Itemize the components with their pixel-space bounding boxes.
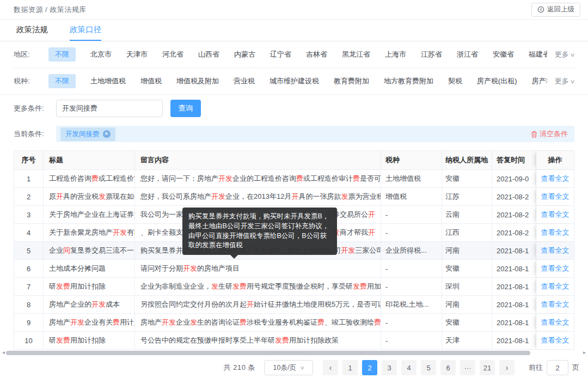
row-content-cell: 请问对于分期开发的房地产项目 <box>135 260 381 277</box>
region-filter-row: 地区: 不限北京市天津市河北省山西省内蒙古辽宁省吉林省黑龙江省上海市江苏省浙江省… <box>0 41 588 68</box>
goto-page-input[interactable] <box>547 360 568 375</box>
view-fulltext-link[interactable]: 查看全文 <box>541 264 569 273</box>
chevron-down-icon: ∨ <box>569 78 575 84</box>
filter-option[interactable]: 不限 <box>48 47 76 62</box>
filter-option[interactable]: 上海市 <box>385 50 406 59</box>
filter-option[interactable]: 安徽省 <box>493 50 514 59</box>
scroll-left-icon[interactable]: ◄ <box>1 350 6 355</box>
view-fulltext-link[interactable]: 查看全文 <box>541 300 569 309</box>
page-number-button[interactable]: 2 <box>362 360 377 375</box>
clear-conditions-button[interactable]: 清空条件 <box>531 129 568 139</box>
policy-database-page: 数据资源 / 政策法规库 返回上级 政策法规政策口径 地区: 不限北京市天津市河… <box>0 0 588 384</box>
page-number-button[interactable]: 4 <box>401 360 416 375</box>
filter-option[interactable]: 吉林省 <box>306 50 327 59</box>
filter-option[interactable]: 山西省 <box>198 50 219 59</box>
page-ellipsis-button[interactable]: ··· <box>460 360 475 375</box>
column-header: 留言内容 <box>135 151 381 169</box>
page-number-button[interactable]: 1 <box>342 360 358 375</box>
filter-option[interactable]: 房产税(自用) <box>532 76 547 86</box>
filter-option[interactable]: 内蒙古 <box>234 50 255 59</box>
back-button[interactable]: 返回上级 <box>531 3 580 17</box>
row-date-cell: 2021-08-2 <box>492 224 536 241</box>
top-bar: 数据资源 / 政策法规库 返回上级 <box>0 0 588 20</box>
filter-option[interactable]: 契税 <box>448 76 462 86</box>
row-content-cell: 号公告中的规定在预缴申报时享受上半年研发费用加计扣除政策 <box>135 332 381 349</box>
row-region-cell: 河南 <box>442 242 492 259</box>
scroll-right-icon[interactable]: ► <box>582 350 587 355</box>
filter-option[interactable]: 土地增值税 <box>90 76 126 86</box>
row-title-cell: 工程造价咨询费或工程造价审计 <box>44 170 135 187</box>
filter-option[interactable]: 黑龙江省 <box>342 50 370 59</box>
row-region-cell: 安徽 <box>442 314 492 331</box>
filter-option[interactable]: 北京市 <box>90 50 112 59</box>
page-number-button[interactable]: 3 <box>382 360 397 375</box>
view-fulltext-link[interactable]: 查看全文 <box>541 210 569 220</box>
search-button[interactable]: 查询 <box>170 100 201 117</box>
pagination-bar: 共 210 条 10条/页 ∨ ‹ 123456···21 › 前往 页 <box>0 355 588 380</box>
row-region-cell: 江苏 <box>442 188 492 205</box>
page-number-button[interactable]: 6 <box>440 360 456 375</box>
scrollbar-thumb[interactable] <box>6 351 530 355</box>
next-page-button[interactable]: › <box>499 360 514 375</box>
page-number-button[interactable]: 21 <box>480 360 495 375</box>
row-title-cell: 关于房地产企业在上海证券交易 <box>44 206 135 223</box>
row-index-cell: 1 <box>14 170 44 187</box>
prev-page-button[interactable]: ‹ <box>323 360 338 375</box>
page-size-select[interactable]: 10条/页 ∨ <box>264 360 313 375</box>
view-fulltext-link[interactable]: 查看全文 <box>541 318 569 327</box>
row-title-cell: 原开具的营业税发票现在如何 <box>44 188 135 205</box>
filter-option[interactable]: 房产税(出租) <box>477 76 517 86</box>
goto-page-group: 前往 页 <box>529 360 579 375</box>
filter-option[interactable]: 营业税 <box>234 76 255 86</box>
filter-option[interactable]: 辽宁省 <box>270 50 291 59</box>
search-label: 更多条件: <box>14 103 56 113</box>
region-more-link[interactable]: 更多 ∨ <box>555 50 574 59</box>
row-title-cell: 房地产企业的开发成本 <box>44 296 135 313</box>
table-row: 1工程造价咨询费或工程造价审计您好，请问一下：房地产开发企业的工程造价咨询费或工… <box>14 170 574 188</box>
view-fulltext-link[interactable]: 查看全文 <box>541 282 569 291</box>
row-index-cell: 3 <box>14 206 44 223</box>
tag-close-icon[interactable]: × <box>103 130 111 138</box>
row-action-cell: 查看全文 <box>536 260 574 277</box>
view-fulltext-link[interactable]: 查看全文 <box>541 192 569 202</box>
back-button-label: 返回上级 <box>547 5 574 14</box>
search-input[interactable] <box>56 100 163 117</box>
view-fulltext-link[interactable]: 查看全文 <box>541 336 569 345</box>
view-fulltext-link[interactable]: 查看全文 <box>541 174 569 184</box>
row-tax-cell: - <box>381 224 442 241</box>
row-date-cell: 2021-08-1 <box>492 314 536 331</box>
clear-conditions-label: 清空条件 <box>540 129 568 139</box>
current-condition-row: 当前条件: 开发间接费 × 清空条件 <box>0 122 588 146</box>
view-fulltext-link[interactable]: 查看全文 <box>541 246 569 255</box>
row-title-cell: 关于新余聚龙房地产开发有限公 <box>44 224 135 241</box>
row-index-cell: 8 <box>14 296 44 313</box>
page-number-button[interactable]: 5 <box>421 360 436 375</box>
filter-option[interactable]: 不限 <box>48 74 76 88</box>
filter-option[interactable]: 增值税及附加 <box>176 76 219 86</box>
filter-option[interactable]: 天津市 <box>126 50 148 59</box>
row-content-cell: 您好，请问一下：房地产开发企业的工程造价咨询费或工程造价审计费是否可以 <box>135 170 381 187</box>
tab-active[interactable]: 政策口径 <box>70 20 101 41</box>
horizontal-scrollbar[interactable]: ◄ ► <box>1 350 587 355</box>
condition-tag[interactable]: 开发间接费 × <box>60 127 115 141</box>
filter-option[interactable]: 福建省 <box>529 50 547 59</box>
tab-inactive[interactable]: 政策法规 <box>16 20 48 41</box>
filter-option[interactable]: 增值税 <box>140 76 162 86</box>
view-fulltext-link[interactable]: 查看全文 <box>541 228 569 237</box>
filter-option[interactable]: 地方教育费附加 <box>384 76 433 86</box>
row-tax-cell: 增值税 <box>381 188 442 205</box>
filter-option[interactable]: 浙江省 <box>457 50 478 59</box>
filter-option[interactable]: 河北省 <box>162 50 183 59</box>
row-tax-cell: 土地增值税 <box>381 170 442 187</box>
filter-option[interactable]: 江苏省 <box>421 50 442 59</box>
tax-more-link[interactable]: 更多 ∨ <box>555 76 574 86</box>
row-index-cell: 4 <box>14 224 44 241</box>
filter-option[interactable]: 教育费附加 <box>334 76 369 86</box>
row-title-cell: 房地产开发企业有关费用计入 <box>44 314 135 331</box>
row-date-cell: 2021-08-1 <box>492 332 536 349</box>
goto-unit-label: 页 <box>572 363 579 373</box>
scrollbar-track[interactable] <box>6 350 582 355</box>
row-region-cell: 江西 <box>442 224 492 241</box>
row-index-cell: 10 <box>14 332 44 349</box>
filter-option[interactable]: 城市维护建设税 <box>270 76 319 86</box>
